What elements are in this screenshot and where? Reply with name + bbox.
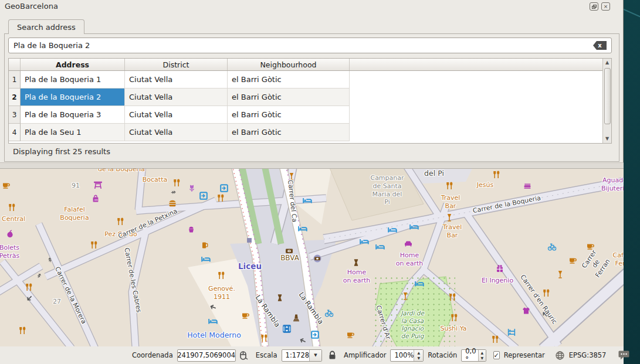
row-number-cell[interactable]: 1 (9, 71, 21, 89)
tab-label: Search address (17, 23, 76, 32)
row-number-cell[interactable]: 3 (9, 106, 21, 124)
table-scrollbar[interactable]: ▲ ▼ (602, 59, 611, 143)
cafe-icon (241, 311, 249, 319)
clear-search-icon[interactable]: x (593, 41, 607, 50)
magnifier-value: 100% (394, 351, 414, 359)
cell-filler[interactable] (350, 71, 611, 89)
results-count-note: Displaying first 25 results (13, 147, 110, 156)
map-canvas[interactable]: .99de la BoqueriaBocatta91Falafel Boquer… (0, 169, 624, 346)
cell-address[interactable]: Pla de la Boqueria 1 (21, 71, 125, 89)
cell-neighbourhood[interactable]: el Barri Gòtic (228, 89, 350, 106)
cafe-icon (2, 181, 10, 189)
map-label: del Pi (424, 169, 444, 178)
table-row[interactable]: 4Pla de la Seu 1Ciutat Vellael Barri Gòt… (9, 124, 611, 141)
messages-icon[interactable] (618, 351, 629, 360)
coordinate-label: Coordenada (132, 351, 173, 359)
restaurant-icon (216, 194, 225, 202)
scale-value: 1:1728 (286, 351, 309, 359)
mouse-position-icon[interactable] (239, 351, 249, 360)
table-header: Address District Neighbourhood (9, 59, 611, 71)
corner-header-cell (9, 59, 21, 70)
cell-address[interactable]: Pla de la Boqueria 2 (21, 89, 125, 106)
spin-up-icon[interactable]: ▲ (414, 350, 423, 356)
atm-icon (313, 254, 321, 263)
render-label: Representar (504, 351, 545, 359)
spin-up-icon[interactable]: ▲ (479, 350, 486, 356)
table-row[interactable]: 2Pla de la Boqueria 2Ciutat Vellael Barr… (9, 89, 611, 106)
crs-globe-icon[interactable] (555, 351, 565, 360)
scrollbar-thumb[interactable] (604, 68, 611, 124)
restaurant-icon (450, 314, 458, 322)
crs-value[interactable]: EPSG:3857 (569, 351, 607, 359)
bed-icon (201, 254, 211, 264)
dock-splitter[interactable] (0, 162, 624, 169)
row-number-cell[interactable]: 2 (9, 89, 21, 106)
close-window-button[interactable]: × (601, 2, 610, 11)
scroll-up-icon[interactable]: ▲ (604, 59, 611, 67)
spin-down-icon[interactable]: ▼ (479, 355, 486, 361)
oneway-icon (170, 189, 177, 196)
cell-neighbourhood[interactable]: el Barri Gòtic (228, 106, 350, 124)
window-titlebar: GeoBarcelona × (0, 0, 623, 13)
table-row[interactable]: 3Pla de la Boqueria 3Ciutat Vellael Barr… (9, 106, 611, 124)
spin-down-icon[interactable]: ▼ (414, 355, 423, 361)
float-window-button[interactable] (590, 2, 598, 11)
chevron-down-icon[interactable]: ▼ (309, 350, 321, 361)
bed-icon (409, 222, 419, 232)
table-row[interactable]: 1Pla de la Boqueria 1Ciutat Vellael Barr… (9, 71, 611, 89)
cell-district[interactable]: Ciutat Vella (125, 71, 228, 89)
hourglass-icon (276, 294, 283, 301)
elevator-icon (283, 325, 291, 333)
map-label: Bocatta (143, 176, 167, 184)
lock-scale-icon[interactable] (328, 351, 337, 360)
cell-address[interactable]: Pla de la Boqueria 3 (21, 106, 125, 124)
cell-filler[interactable] (350, 89, 611, 106)
bicycle-icon (548, 243, 557, 251)
tab-search-address[interactable]: Search address (8, 19, 84, 34)
cell-neighbourhood[interactable]: el Barri Gòtic (228, 124, 350, 141)
cell-filler[interactable] (350, 106, 611, 124)
restaurant-icon (492, 171, 500, 179)
gift-icon (496, 264, 504, 273)
close-icon: × (604, 4, 608, 9)
cell-district[interactable]: Ciutat Vella (125, 124, 228, 141)
scroll-down-icon[interactable]: ▼ (604, 135, 611, 143)
search-input[interactable] (13, 41, 593, 50)
svg-text:.99: .99 (93, 199, 97, 202)
rotation-spinbox[interactable]: 0,0 ° ▲▼ (461, 349, 486, 362)
cell-address[interactable]: Pla de la Seu 1 (21, 124, 125, 141)
column-header-neighbourhood[interactable]: Neighbourhood (228, 59, 350, 70)
bed-icon (298, 224, 307, 233)
cell-neighbourhood[interactable]: el Barri Gòtic (228, 71, 350, 89)
rotation-value: 0,0 ° (465, 347, 478, 363)
bag-icon: .99 (92, 195, 100, 203)
column-header-district[interactable]: District (125, 59, 228, 70)
cell-filler[interactable] (350, 124, 611, 141)
restaurant-icon (445, 182, 453, 190)
column-header-address[interactable]: Address (21, 59, 125, 70)
bed-icon (360, 237, 369, 246)
map-label: Genové. 1911 (208, 285, 235, 301)
map-label: Travel Bar (441, 194, 460, 210)
cell-district[interactable]: Ciutat Vella (125, 106, 228, 124)
restaurant-icon (90, 241, 98, 249)
map-label: Central (2, 215, 25, 223)
bed-icon (375, 242, 385, 251)
coordinate-input[interactable]: 241907,5069004 (177, 349, 236, 362)
results-table: Address District Neighbourhood 1Pla de l… (8, 58, 612, 144)
restaurant-icon (542, 289, 550, 297)
map-label: Jesús (477, 181, 493, 189)
row-number-cell[interactable]: 4 (9, 124, 21, 141)
render-checkbox[interactable]: ✓ (493, 351, 500, 359)
scale-combobox[interactable]: 1:1728 ▼ (282, 349, 322, 362)
map-label: BBVA (280, 254, 299, 263)
wine-icon (445, 213, 453, 222)
wine-icon (556, 270, 564, 278)
magnifier-spinbox[interactable]: 100% ▲▼ (390, 349, 424, 362)
cell-district[interactable]: Ciutat Vella (125, 89, 228, 106)
scale-label: Escala (256, 351, 277, 359)
results-tbody: 1Pla de la Boqueria 1Ciutat Vellael Barr… (9, 71, 611, 141)
map-label: 91 (72, 182, 80, 190)
entrance-icon (199, 192, 208, 200)
map-label: Travel Bar (443, 223, 462, 240)
